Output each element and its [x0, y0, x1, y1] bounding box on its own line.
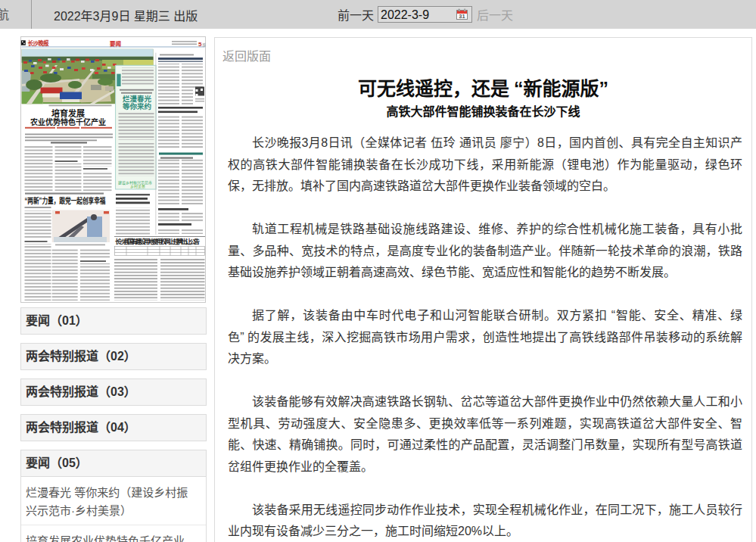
- svg-text:31: 31: [459, 13, 465, 20]
- svg-text:农业优势特色千亿产业: 农业优势特色千亿产业: [30, 117, 106, 126]
- svg-text:“两新”力量，跟党一起创享幸福: “两新”力量，跟党一起创享幸福: [25, 196, 106, 205]
- svg-text:5: 5: [198, 41, 202, 48]
- svg-text:乡村美景: 乡村美景: [130, 184, 145, 189]
- svg-text:长沙晚报: 长沙晚报: [28, 39, 50, 47]
- svg-text:培育发展: 培育发展: [51, 108, 86, 118]
- svg-text:长沙县国有建设用地使用权网上挂牌出让公告: 长沙县国有建设用地使用权网上挂牌出让公告: [115, 238, 200, 245]
- svg-text:要闻: 要闻: [110, 40, 121, 48]
- svg-text:版: 版: [203, 42, 207, 48]
- svg-text:等你来约: 等你来约: [122, 102, 151, 111]
